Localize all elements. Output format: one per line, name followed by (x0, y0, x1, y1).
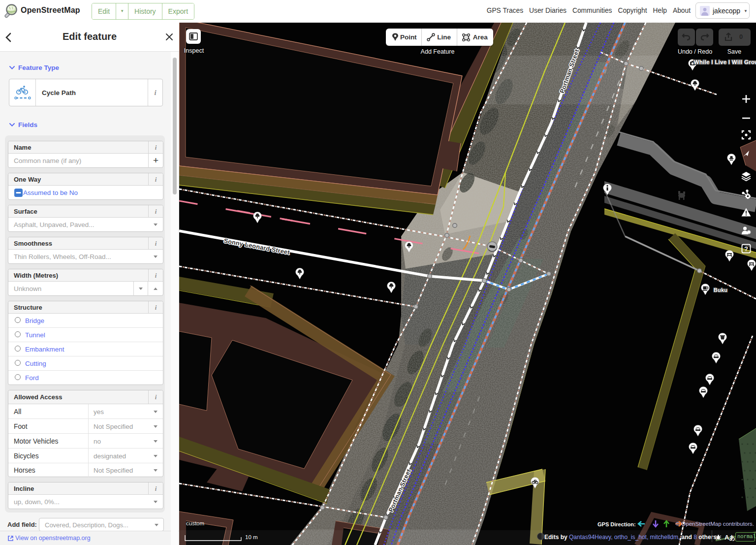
svg-text:Buku: Buku (714, 287, 728, 293)
svg-text:While I Live I Will Grow: While I Live I Will Grow (694, 59, 756, 65)
svg-text:?: ? (744, 245, 748, 253)
